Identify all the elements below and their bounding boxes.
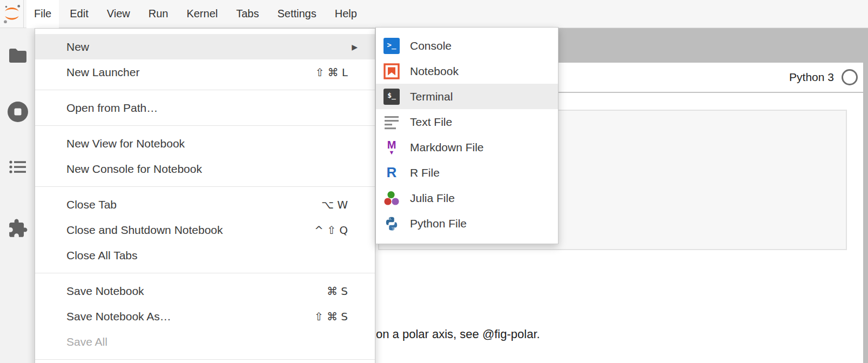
python-icon [383, 216, 400, 232]
shortcut-label: ⇧ ⌘ L [315, 66, 348, 79]
text-file-icon [383, 114, 400, 130]
shortcut-label: ⇧ ⌘ S [314, 310, 348, 323]
terminal-icon [383, 89, 400, 105]
markdown-cell-text: on a polar axis, see @fig-polar. [376, 327, 540, 341]
menubar-item-kernel[interactable]: Kernel [179, 0, 225, 28]
table-of-contents-icon[interactable] [0, 160, 35, 174]
submenu-item-text-file[interactable]: Text File [376, 109, 558, 135]
menu-item-save-notebook[interactable]: Save Notebook ⌘ S [35, 278, 375, 304]
menu-item-new[interactable]: New [35, 34, 375, 59]
submenu-item-markdown-file[interactable]: Markdown File [376, 135, 558, 160]
menu-separator [35, 273, 375, 273]
submenu-item-julia-file[interactable]: Julia File [376, 185, 558, 211]
menu-separator [35, 125, 375, 126]
jupyter-logo-icon [2, 3, 22, 25]
menubar-item-settings[interactable]: Settings [270, 0, 324, 28]
menubar-item-edit[interactable]: Edit [62, 0, 96, 28]
menubar-item-tabs[interactable]: Tabs [228, 0, 266, 28]
shortcut-label: ⌥ W [321, 198, 348, 211]
submenu-arrow-icon [352, 43, 358, 51]
kernel-name-label[interactable]: Python 3 [789, 71, 834, 84]
menubar-item-help[interactable]: Help [327, 0, 365, 28]
julia-icon [383, 190, 400, 206]
menubar-item-run[interactable]: Run [141, 0, 176, 28]
kernel-status-icon[interactable] [842, 69, 858, 85]
menu-item-new-view-for-notebook[interactable]: New View for Notebook [35, 131, 375, 156]
markdown-icon [383, 139, 400, 156]
notebook-icon [383, 63, 400, 79]
shortcut-label: ⌘ S [327, 285, 348, 298]
menu-item-new-console-for-notebook[interactable]: New Console for Notebook [35, 156, 375, 182]
file-menu-dropdown: New New Launcher ⇧ ⌘ L Open from Path… N… [35, 28, 375, 363]
extension-manager-icon[interactable] [0, 218, 35, 239]
submenu-item-python-file[interactable]: Python File [376, 211, 558, 236]
file-browser-icon[interactable] [0, 48, 35, 64]
shortcut-label: ^ ⇧ Q [314, 224, 348, 237]
menubar-item-view[interactable]: View [99, 0, 138, 28]
submenu-item-terminal[interactable]: Terminal [376, 84, 558, 109]
jupyter-logo [0, 0, 24, 28]
menu-item-save-notebook-as[interactable]: Save Notebook As… ⇧ ⌘ S [35, 304, 375, 329]
menu-separator [35, 186, 375, 187]
submenu-item-r-file[interactable]: R File [376, 160, 558, 185]
menu-item-save-all: Save All [35, 329, 375, 354]
console-icon [383, 38, 400, 54]
menu-item-close-and-shutdown-notebook[interactable]: Close and Shutdown Notebook ^ ⇧ Q [35, 217, 375, 243]
menubar: File Edit View Run Kernel Tabs Settings … [0, 0, 868, 28]
menu-item-new-launcher[interactable]: New Launcher ⇧ ⌘ L [35, 59, 375, 85]
new-submenu: Console Notebook Terminal Text File Mark… [375, 27, 559, 244]
menubar-item-file[interactable]: File [26, 0, 59, 28]
menu-item-close-tab[interactable]: Close Tab ⌥ W [35, 192, 375, 217]
menu-item-open-from-path[interactable]: Open from Path… [35, 95, 375, 120]
left-sidebar [0, 28, 35, 363]
submenu-item-notebook[interactable]: Notebook [376, 58, 558, 84]
submenu-item-console[interactable]: Console [376, 33, 558, 58]
running-kernels-icon[interactable] [0, 101, 35, 123]
dock-panel-edge [863, 63, 868, 363]
menubar-items: File Edit View Run Kernel Tabs Settings … [24, 0, 366, 28]
menu-separator [35, 90, 375, 90]
menu-separator [35, 359, 375, 360]
menu-item-close-all-tabs[interactable]: Close All Tabs [35, 243, 375, 268]
r-file-icon [383, 165, 400, 181]
